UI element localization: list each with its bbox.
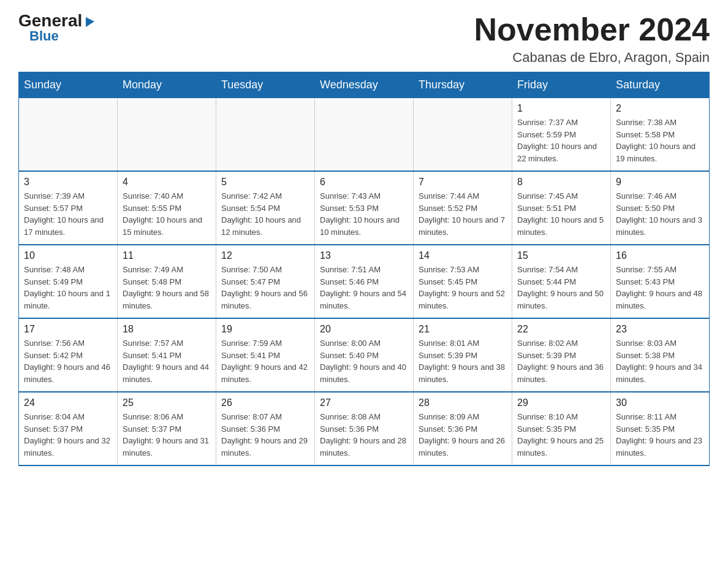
weekday-header-sunday: Sunday <box>19 72 118 98</box>
day-info: Sunrise: 7:37 AMSunset: 5:59 PMDaylight:… <box>517 117 605 164</box>
calendar-week-row: 10Sunrise: 7:48 AMSunset: 5:49 PMDayligh… <box>19 245 710 318</box>
day-info: Sunrise: 7:48 AMSunset: 5:49 PMDaylight:… <box>24 264 112 312</box>
month-title: November 2024 <box>474 12 710 47</box>
logo-blue-text: Blue <box>29 29 59 43</box>
day-info: Sunrise: 7:56 AMSunset: 5:42 PMDaylight:… <box>24 337 112 385</box>
calendar-day-cell: 27Sunrise: 8:08 AMSunset: 5:36 PMDayligh… <box>315 392 414 465</box>
day-info: Sunrise: 7:50 AMSunset: 5:47 PMDaylight:… <box>221 264 309 312</box>
day-info: Sunrise: 7:39 AMSunset: 5:57 PMDaylight:… <box>24 190 112 238</box>
day-info: Sunrise: 7:45 AMSunset: 5:51 PMDaylight:… <box>517 190 605 238</box>
day-info: Sunrise: 7:44 AMSunset: 5:52 PMDaylight:… <box>419 190 507 238</box>
calendar-day-cell <box>19 98 118 172</box>
day-info: Sunrise: 8:06 AMSunset: 5:37 PMDaylight:… <box>123 411 211 459</box>
day-number: 30 <box>616 397 704 408</box>
weekday-header-wednesday: Wednesday <box>315 72 414 98</box>
calendar-day-cell: 30Sunrise: 8:11 AMSunset: 5:35 PMDayligh… <box>611 392 710 465</box>
calendar-day-cell: 5Sunrise: 7:42 AMSunset: 5:54 PMDaylight… <box>216 171 315 245</box>
calendar-day-cell: 22Sunrise: 8:02 AMSunset: 5:39 PMDayligh… <box>512 318 611 392</box>
day-number: 23 <box>616 324 704 335</box>
day-number: 22 <box>517 324 605 335</box>
day-info: Sunrise: 7:43 AMSunset: 5:53 PMDaylight:… <box>320 190 408 238</box>
logo-general-text: General <box>18 12 82 29</box>
day-info: Sunrise: 8:00 AMSunset: 5:40 PMDaylight:… <box>320 337 408 385</box>
calendar-day-cell: 23Sunrise: 8:03 AMSunset: 5:38 PMDayligh… <box>611 318 710 392</box>
day-info: Sunrise: 7:46 AMSunset: 5:50 PMDaylight:… <box>616 190 704 238</box>
day-info: Sunrise: 8:07 AMSunset: 5:36 PMDaylight:… <box>221 411 309 459</box>
weekday-header-saturday: Saturday <box>611 72 710 98</box>
day-number: 6 <box>320 177 408 188</box>
calendar-day-cell <box>216 98 315 172</box>
day-number: 21 <box>419 324 507 335</box>
day-number: 2 <box>616 103 704 114</box>
day-info: Sunrise: 8:09 AMSunset: 5:36 PMDaylight:… <box>419 411 507 459</box>
day-info: Sunrise: 7:42 AMSunset: 5:54 PMDaylight:… <box>221 190 309 238</box>
calendar-day-cell: 17Sunrise: 7:56 AMSunset: 5:42 PMDayligh… <box>19 318 118 392</box>
calendar-day-cell: 13Sunrise: 7:51 AMSunset: 5:46 PMDayligh… <box>315 245 414 318</box>
calendar-day-cell: 20Sunrise: 8:00 AMSunset: 5:40 PMDayligh… <box>315 318 414 392</box>
calendar-day-cell: 26Sunrise: 8:07 AMSunset: 5:36 PMDayligh… <box>216 392 315 465</box>
day-info: Sunrise: 8:04 AMSunset: 5:37 PMDaylight:… <box>24 411 112 459</box>
logo-triangle-icon <box>83 15 97 28</box>
day-number: 29 <box>517 397 605 408</box>
calendar-day-cell: 12Sunrise: 7:50 AMSunset: 5:47 PMDayligh… <box>216 245 315 318</box>
day-number: 7 <box>419 177 507 188</box>
day-info: Sunrise: 8:11 AMSunset: 5:35 PMDaylight:… <box>616 411 704 459</box>
day-number: 16 <box>616 250 704 261</box>
day-number: 8 <box>517 177 605 188</box>
day-number: 24 <box>24 397 112 408</box>
day-number: 14 <box>419 250 507 261</box>
calendar-day-cell <box>315 98 414 172</box>
calendar-week-row: 17Sunrise: 7:56 AMSunset: 5:42 PMDayligh… <box>19 318 710 392</box>
day-number: 19 <box>221 324 309 335</box>
day-number: 3 <box>24 177 112 188</box>
calendar-week-row: 3Sunrise: 7:39 AMSunset: 5:57 PMDaylight… <box>19 171 710 245</box>
calendar-day-cell: 2Sunrise: 7:38 AMSunset: 5:58 PMDaylight… <box>611 98 710 172</box>
day-number: 10 <box>24 250 112 261</box>
day-number: 11 <box>123 250 211 261</box>
calendar-day-cell <box>118 98 216 172</box>
day-info: Sunrise: 7:59 AMSunset: 5:41 PMDaylight:… <box>221 337 309 385</box>
day-info: Sunrise: 7:40 AMSunset: 5:55 PMDaylight:… <box>123 190 211 238</box>
day-info: Sunrise: 8:08 AMSunset: 5:36 PMDaylight:… <box>320 411 408 459</box>
calendar-day-cell: 1Sunrise: 7:37 AMSunset: 5:59 PMDaylight… <box>512 98 611 172</box>
calendar-day-cell: 29Sunrise: 8:10 AMSunset: 5:35 PMDayligh… <box>512 392 611 465</box>
location: Cabanas de Ebro, Aragon, Spain <box>474 50 710 66</box>
day-info: Sunrise: 7:38 AMSunset: 5:58 PMDaylight:… <box>616 117 704 164</box>
day-number: 9 <box>616 177 704 188</box>
calendar-day-cell: 3Sunrise: 7:39 AMSunset: 5:57 PMDaylight… <box>19 171 118 245</box>
calendar-day-cell: 11Sunrise: 7:49 AMSunset: 5:48 PMDayligh… <box>118 245 216 318</box>
weekday-header-monday: Monday <box>118 72 216 98</box>
weekday-header-thursday: Thursday <box>414 72 512 98</box>
weekday-header-friday: Friday <box>512 72 611 98</box>
day-number: 13 <box>320 250 408 261</box>
calendar-day-cell: 15Sunrise: 7:54 AMSunset: 5:44 PMDayligh… <box>512 245 611 318</box>
logo: General Blue <box>18 12 97 43</box>
calendar-day-cell: 16Sunrise: 7:55 AMSunset: 5:43 PMDayligh… <box>611 245 710 318</box>
day-number: 27 <box>320 397 408 408</box>
day-number: 18 <box>123 324 211 335</box>
svg-marker-0 <box>86 17 94 27</box>
title-area: November 2024 Cabanas de Ebro, Aragon, S… <box>474 12 710 66</box>
day-number: 12 <box>221 250 309 261</box>
day-number: 26 <box>221 397 309 408</box>
day-info: Sunrise: 7:55 AMSunset: 5:43 PMDaylight:… <box>616 264 704 312</box>
day-info: Sunrise: 7:51 AMSunset: 5:46 PMDaylight:… <box>320 264 408 312</box>
calendar-day-cell: 7Sunrise: 7:44 AMSunset: 5:52 PMDaylight… <box>414 171 512 245</box>
day-info: Sunrise: 7:54 AMSunset: 5:44 PMDaylight:… <box>517 264 605 312</box>
calendar-table: SundayMondayTuesdayWednesdayThursdayFrid… <box>18 72 710 466</box>
calendar-day-cell: 18Sunrise: 7:57 AMSunset: 5:41 PMDayligh… <box>118 318 216 392</box>
calendar-day-cell: 28Sunrise: 8:09 AMSunset: 5:36 PMDayligh… <box>414 392 512 465</box>
day-info: Sunrise: 8:01 AMSunset: 5:39 PMDaylight:… <box>419 337 507 385</box>
day-number: 4 <box>123 177 211 188</box>
calendar-day-cell: 4Sunrise: 7:40 AMSunset: 5:55 PMDaylight… <box>118 171 216 245</box>
day-number: 5 <box>221 177 309 188</box>
day-info: Sunrise: 8:10 AMSunset: 5:35 PMDaylight:… <box>517 411 605 459</box>
day-number: 25 <box>123 397 211 408</box>
day-info: Sunrise: 8:03 AMSunset: 5:38 PMDaylight:… <box>616 337 704 385</box>
calendar-day-cell: 21Sunrise: 8:01 AMSunset: 5:39 PMDayligh… <box>414 318 512 392</box>
day-number: 28 <box>419 397 507 408</box>
calendar-day-cell: 24Sunrise: 8:04 AMSunset: 5:37 PMDayligh… <box>19 392 118 465</box>
weekday-header-row: SundayMondayTuesdayWednesdayThursdayFrid… <box>19 72 710 98</box>
day-info: Sunrise: 7:53 AMSunset: 5:45 PMDaylight:… <box>419 264 507 312</box>
day-info: Sunrise: 7:49 AMSunset: 5:48 PMDaylight:… <box>123 264 211 312</box>
